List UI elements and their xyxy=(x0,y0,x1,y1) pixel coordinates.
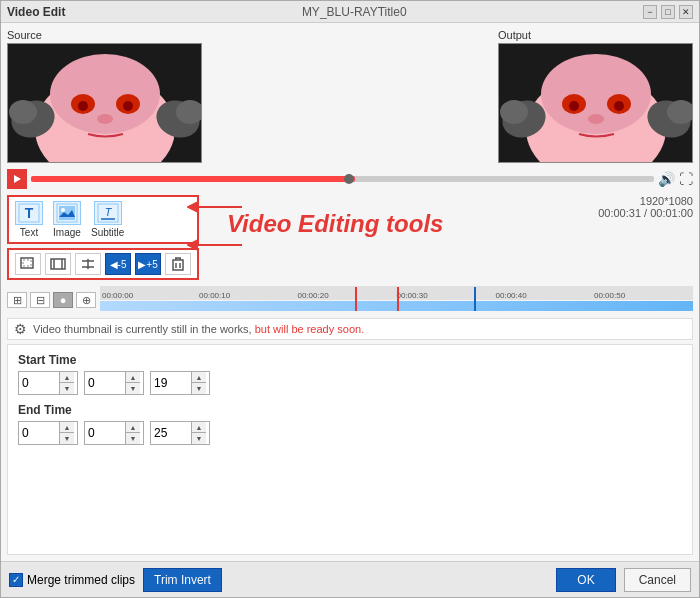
subtitle-tool-label: Subtitle xyxy=(91,227,124,238)
rewind-5-label: ◀-5 xyxy=(110,259,127,270)
start-seconds-input[interactable]: ▲ ▼ xyxy=(150,371,210,395)
text-icon: T xyxy=(15,201,43,225)
window-title: Video Edit xyxy=(7,5,65,19)
start-seconds-down[interactable]: ▼ xyxy=(192,383,206,394)
end-hours-down[interactable]: ▼ xyxy=(60,433,74,444)
trim-tool-btn[interactable] xyxy=(45,253,71,275)
editing-tools-box: T Text xyxy=(7,195,199,244)
end-seconds-field[interactable] xyxy=(151,426,191,440)
end-hours-up[interactable]: ▲ xyxy=(60,422,74,433)
end-minutes-field[interactable] xyxy=(85,426,125,440)
start-hours-down[interactable]: ▼ xyxy=(60,383,74,394)
cancel-button[interactable]: Cancel xyxy=(624,568,691,592)
text-tool[interactable]: T Text xyxy=(15,201,43,238)
merge-label: Merge trimmed clips xyxy=(27,573,135,587)
zoom-out-btn[interactable]: ⊟ xyxy=(30,292,50,308)
close-button[interactable]: ✕ xyxy=(679,5,693,19)
start-minutes-input[interactable]: ▲ ▼ xyxy=(84,371,144,395)
minimize-button[interactable]: − xyxy=(643,5,657,19)
fullscreen-icon[interactable]: ⛶ xyxy=(679,171,693,187)
end-minutes-input[interactable]: ▲ ▼ xyxy=(84,421,144,445)
resolution-display: 1920*1080 xyxy=(598,195,693,207)
start-time-label: Start Time xyxy=(18,353,682,367)
output-label: Output xyxy=(498,29,531,41)
subtitle-icon: T xyxy=(94,201,122,225)
forward-5-label: ▶+5 xyxy=(138,259,157,270)
source-video-thumbnail xyxy=(7,43,202,163)
seek-bar[interactable] xyxy=(31,176,654,182)
image-icon xyxy=(53,201,81,225)
svg-marker-24 xyxy=(14,175,21,183)
svg-point-4 xyxy=(9,100,37,124)
svg-point-11 xyxy=(97,114,113,124)
video-editing-tools-label: Video Editing tools xyxy=(227,210,443,238)
start-minutes-field[interactable] xyxy=(85,376,125,390)
zoom-fit-btn[interactable]: ⊞ xyxy=(7,292,27,308)
end-seconds-up[interactable]: ▲ xyxy=(192,422,206,433)
end-seconds-down[interactable]: ▼ xyxy=(192,433,206,444)
forward-5-btn[interactable]: ▶+5 xyxy=(135,253,161,275)
svg-point-21 xyxy=(569,101,579,111)
start-seconds-up[interactable]: ▲ xyxy=(192,372,206,383)
end-minutes-down[interactable]: ▼ xyxy=(126,433,140,444)
end-hours-field[interactable] xyxy=(19,426,59,440)
end-time-label: End Time xyxy=(18,403,682,417)
start-minutes-up[interactable]: ▲ xyxy=(126,372,140,383)
volume-icon[interactable]: 🔊 xyxy=(658,171,675,187)
start-minutes-down[interactable]: ▼ xyxy=(126,383,140,394)
svg-point-30 xyxy=(61,208,65,212)
svg-rect-42 xyxy=(173,260,183,270)
end-hours-input[interactable]: ▲ ▼ xyxy=(18,421,78,445)
checkbox-icon: ✓ xyxy=(9,573,23,587)
image-tool[interactable]: Image xyxy=(53,201,81,238)
image-tool-label: Image xyxy=(53,227,81,238)
svg-point-10 xyxy=(123,101,133,111)
settings-icon[interactable]: ⚙ xyxy=(14,321,27,337)
zoom-in-btn[interactable]: ● xyxy=(53,292,73,308)
window-filename: MY_BLU-RAYTitle0 xyxy=(302,5,407,19)
svg-point-9 xyxy=(78,101,88,111)
start-hours-field[interactable] xyxy=(19,376,59,390)
cut-tool-btn[interactable] xyxy=(75,253,101,275)
rewind-5-btn[interactable]: ◀-5 xyxy=(105,253,131,275)
edit-toolbar: ◀-5 ▶+5 xyxy=(7,248,199,280)
start-seconds-field[interactable] xyxy=(151,376,191,390)
zoom-reset-btn[interactable]: ⊕ xyxy=(76,292,96,308)
start-hours-input[interactable]: ▲ ▼ xyxy=(18,371,78,395)
svg-rect-36 xyxy=(51,259,65,269)
start-hours-up[interactable]: ▲ xyxy=(60,372,74,383)
source-label: Source xyxy=(7,29,42,41)
play-button[interactable] xyxy=(7,169,27,189)
svg-point-16 xyxy=(500,100,528,124)
svg-text:T: T xyxy=(25,205,34,221)
svg-rect-35 xyxy=(23,260,31,266)
end-seconds-input[interactable]: ▲ ▼ xyxy=(150,421,210,445)
crop-tool-btn[interactable] xyxy=(15,253,41,275)
text-tool-label: Text xyxy=(20,227,38,238)
ok-button[interactable]: OK xyxy=(556,568,615,592)
trim-invert-button[interactable]: Trim Invert xyxy=(143,568,222,592)
timeline-message: Video thumbnail is currently still in th… xyxy=(33,323,686,335)
merge-trimmed-clips-checkbox[interactable]: ✓ Merge trimmed clips xyxy=(9,573,135,587)
svg-point-22 xyxy=(614,101,624,111)
subtitle-tool[interactable]: T Subtitle xyxy=(91,201,124,238)
maximize-button[interactable]: □ xyxy=(661,5,675,19)
svg-point-23 xyxy=(588,114,604,124)
output-video-thumbnail xyxy=(498,43,693,163)
end-minutes-up[interactable]: ▲ xyxy=(126,422,140,433)
time-display: 00:00:31 / 00:01:00 xyxy=(598,207,693,219)
